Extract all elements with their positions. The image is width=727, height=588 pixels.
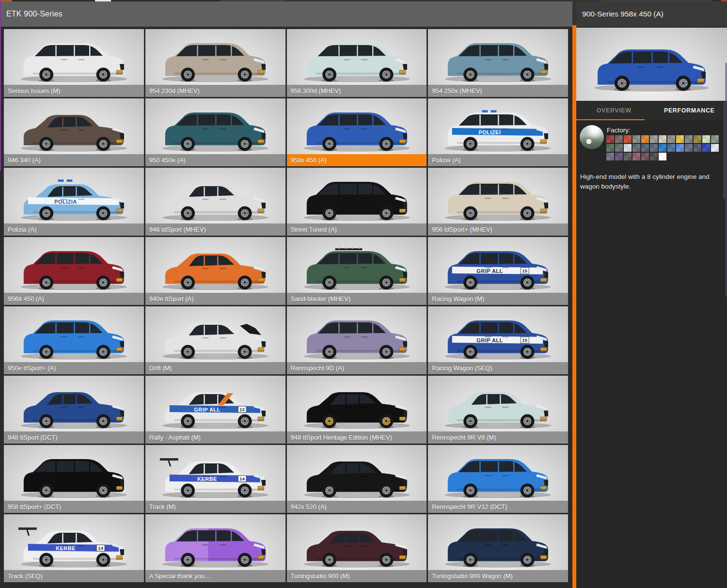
config-card[interactable]: 942x 520 (A) — [287, 445, 427, 513]
car-illustration — [145, 98, 285, 154]
top-edge-artifact — [0, 0, 727, 1]
color-swatch[interactable] — [650, 135, 658, 143]
config-card[interactable]: 950e ttSport+ (A) — [4, 306, 144, 374]
config-card[interactable]: 954 230d (MHEV) — [145, 29, 285, 97]
color-swatch[interactable] — [685, 144, 693, 152]
config-card[interactable]: 948 ttSport (DCT) — [4, 376, 144, 444]
color-swatch[interactable] — [685, 135, 693, 143]
color-swatch[interactable] — [641, 153, 649, 160]
config-card-label: Polizei (A) — [428, 154, 568, 166]
config-card[interactable]: Serious Issues (M) — [4, 29, 144, 97]
color-swatch[interactable] — [632, 135, 640, 143]
config-card-label: Tuningstudio 900 Wagon (M) — [428, 570, 568, 582]
config-car-image — [145, 98, 285, 154]
config-card[interactable]: Drift (M) — [145, 306, 285, 374]
config-card[interactable]: GRIP ALL15 Racing Wagon (SEQ) — [428, 306, 568, 374]
config-card[interactable]: Street Tuned (A) — [287, 168, 427, 236]
config-card-label: Sand-blaster (MHEV) — [287, 293, 427, 305]
color-swatch[interactable] — [624, 135, 632, 143]
car-illustration: GRIP ALL15 — [428, 306, 568, 362]
config-card-label: A Special thank you... — [145, 570, 285, 582]
config-card[interactable]: 956tt 450 (A) — [4, 237, 144, 305]
config-card[interactable]: A Special thank you... — [145, 514, 285, 582]
car-illustration — [287, 98, 427, 154]
tab-overview[interactable]: OVERVIEW — [576, 101, 652, 120]
svg-text:15: 15 — [522, 268, 528, 273]
color-swatch[interactable] — [711, 144, 719, 152]
config-card-label: Racing Wagon (SEQ) — [428, 362, 568, 374]
color-swatch[interactable] — [632, 153, 640, 160]
config-card[interactable]: Rennspecht 9R V12 (DCT) — [428, 445, 568, 513]
color-swatch[interactable] — [615, 135, 623, 143]
config-card[interactable]: 946 tdSport (MHEV) — [145, 168, 285, 236]
config-card[interactable]: 956 300d (MHEV) — [287, 29, 427, 97]
color-swatch[interactable] — [694, 144, 701, 152]
config-card-label: 954 230d (MHEV) — [145, 85, 285, 97]
factory-thumbnail[interactable] — [580, 125, 604, 149]
color-swatch[interactable] — [659, 144, 666, 152]
color-swatch[interactable] — [624, 153, 632, 160]
color-swatch[interactable] — [659, 153, 666, 160]
color-swatch[interactable] — [632, 144, 640, 152]
svg-text:14: 14 — [239, 476, 245, 481]
color-swatch[interactable] — [711, 135, 719, 143]
config-car-image — [287, 98, 427, 154]
color-swatch[interactable] — [641, 144, 649, 152]
color-swatch[interactable] — [659, 135, 666, 143]
color-swatch[interactable] — [615, 153, 623, 160]
config-card[interactable]: Tuningstudio 900 Wagon (M) — [428, 514, 568, 582]
panel-divider-accent — [572, 25, 576, 588]
color-swatch[interactable] — [650, 153, 658, 160]
color-swatch[interactable] — [702, 144, 710, 152]
config-card[interactable]: Sand-blaster (MHEV) — [287, 237, 427, 305]
color-swatch[interactable] — [702, 135, 710, 143]
car-illustration — [287, 168, 427, 223]
color-swatch[interactable] — [650, 144, 658, 152]
detail-panel-title: 900-Series 958x 450 (A) — [576, 10, 664, 18]
color-swatch[interactable] — [641, 135, 649, 143]
config-card[interactable]: 958x 450 (A) — [287, 98, 427, 166]
config-card[interactable]: GRIP ALL12 Rally - Asphalt (M) — [145, 376, 285, 444]
config-car-image — [4, 445, 144, 501]
config-card[interactable]: GRIP ALL15 Racing Wagon (M) — [428, 237, 568, 305]
config-card[interactable]: POLIZIA Polizia (A) — [4, 168, 144, 236]
config-card[interactable]: 946 340 (A) — [4, 98, 144, 166]
color-swatch[interactable] — [676, 144, 684, 152]
color-swatch[interactable] — [606, 135, 614, 143]
config-card[interactable]: Tuningstudio 900 (M) — [287, 514, 427, 582]
config-card[interactable]: Rennspecht 9R V8 (M) — [428, 376, 568, 444]
car-illustration — [287, 29, 427, 85]
color-swatch[interactable] — [615, 144, 623, 152]
config-card[interactable]: 950 450e (A) — [145, 98, 285, 166]
svg-text:14: 14 — [98, 545, 104, 551]
config-card[interactable]: POLIZEI Polizei (A) — [428, 98, 568, 166]
config-car-image — [287, 29, 427, 85]
car-illustration: KERBE14 — [4, 514, 144, 570]
color-swatch[interactable] — [667, 135, 675, 143]
config-card-label: 958x 450 (A) — [287, 154, 427, 166]
config-card[interactable]: Rennspecht 9D (A) — [287, 306, 427, 374]
config-card[interactable]: 958 ttSport+ (DCT) — [4, 445, 144, 513]
config-card[interactable]: 956 tdSport+ (MHEV) — [428, 168, 568, 236]
color-swatch[interactable] — [694, 135, 701, 143]
config-car-image — [145, 237, 285, 293]
config-card[interactable]: 948 ttSport Heritage Edition (MHEV) — [287, 376, 427, 444]
config-card[interactable]: 954 250x (MHEV) — [428, 29, 568, 97]
color-swatch[interactable] — [606, 153, 614, 160]
color-swatch[interactable] — [624, 144, 632, 152]
config-card[interactable]: KERBE14 Track (M) — [145, 445, 285, 513]
config-car-image — [287, 376, 427, 431]
color-swatch[interactable] — [606, 144, 614, 152]
tab-active-underline — [576, 119, 645, 120]
config-card[interactable]: 940e ttSport (A) — [145, 237, 285, 305]
config-card[interactable]: KERBE14 Track (SEQ) — [4, 514, 144, 582]
config-car-image: KERBE14 — [4, 514, 144, 570]
config-card-label: 956tt 450 (A) — [4, 293, 144, 305]
panel-scrollbar[interactable] — [723, 102, 725, 199]
config-car-image — [4, 98, 144, 154]
color-swatch[interactable] — [667, 144, 675, 152]
vehicle-preview-image — [576, 28, 727, 101]
config-card-label: Track (M) — [145, 501, 285, 513]
color-swatch[interactable] — [676, 135, 684, 143]
tab-performance[interactable]: PERFORMANCE — [652, 101, 727, 120]
